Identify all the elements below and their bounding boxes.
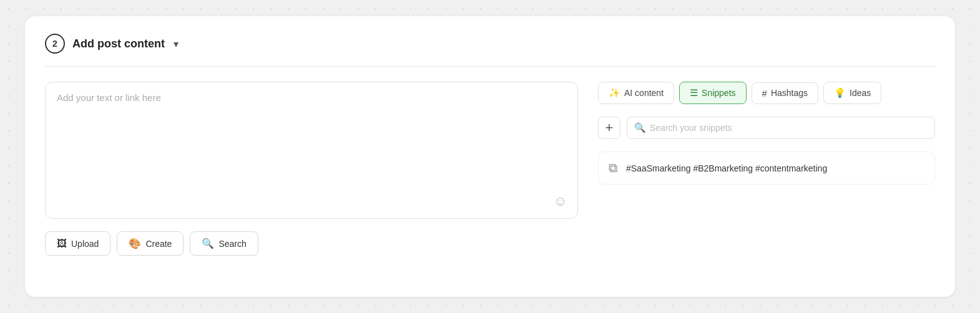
upload-label: Upload <box>71 239 99 249</box>
right-panel: ✨ AI content ☰ Snippets # Hashtags 💡 Ide… <box>598 82 935 256</box>
search-snippet-icon: 🔍 <box>634 122 646 133</box>
hashtags-icon: # <box>762 88 767 99</box>
tab-snippets[interactable]: ☰ Snippets <box>679 82 746 104</box>
tabs-row: ✨ AI content ☰ Snippets # Hashtags 💡 Ide… <box>598 82 935 104</box>
step-badge: 2 <box>45 34 65 54</box>
snippet-text: #SaaSmarketing #B2Bmarketing #contentmar… <box>626 163 827 173</box>
main-card: 2 Add post content ▾ Add your text or li… <box>25 16 955 297</box>
ai-content-icon: ✨ <box>609 87 620 99</box>
create-label: Create <box>145 239 172 249</box>
snippets-icon: ☰ <box>690 87 698 99</box>
tab-hashtags[interactable]: # Hashtags <box>752 82 819 104</box>
section-header: 2 Add post content ▾ <box>45 34 935 67</box>
left-panel: Add your text or link here ☺ 🖼 Upload 🎨 … <box>45 82 578 256</box>
snippet-item[interactable]: ⧉ #SaaSmarketing #B2Bmarketing #contentm… <box>598 152 935 185</box>
tab-ideas-label: Ideas <box>850 88 871 98</box>
search-icon: 🔍 <box>202 238 214 249</box>
search-button[interactable]: 🔍 Search <box>190 231 258 256</box>
post-text-input-area[interactable]: Add your text or link here ☺ <box>45 82 578 219</box>
snippets-search-row: + 🔍 <box>598 117 935 139</box>
upload-button[interactable]: 🖼 Upload <box>45 231 110 256</box>
emoji-icon[interactable]: ☺ <box>554 193 567 209</box>
text-input-placeholder: Add your text or link here <box>57 92 161 103</box>
create-button[interactable]: 🎨 Create <box>117 231 184 256</box>
section-title: Add post content <box>72 37 165 51</box>
snippet-search-wrap: 🔍 <box>627 117 935 139</box>
tab-snippets-label: Snippets <box>702 88 735 98</box>
add-snippet-button[interactable]: + <box>598 117 620 139</box>
upload-icon: 🖼 <box>57 238 67 249</box>
tab-ideas[interactable]: 💡 Ideas <box>823 82 881 104</box>
tab-ai-content-label: AI content <box>624 88 664 98</box>
content-area: Add your text or link here ☺ 🖼 Upload 🎨 … <box>45 82 935 256</box>
copy-icon: ⧉ <box>609 161 617 175</box>
ideas-icon: 💡 <box>834 87 846 99</box>
snippet-search-input[interactable] <box>627 117 935 139</box>
action-buttons: 🖼 Upload 🎨 Create 🔍 Search <box>45 231 578 256</box>
search-label: Search <box>218 239 246 249</box>
tab-hashtags-label: Hashtags <box>771 88 808 98</box>
create-icon: 🎨 <box>129 238 141 249</box>
chevron-down-icon[interactable]: ▾ <box>174 38 179 50</box>
tab-ai-content[interactable]: ✨ AI content <box>598 82 674 104</box>
